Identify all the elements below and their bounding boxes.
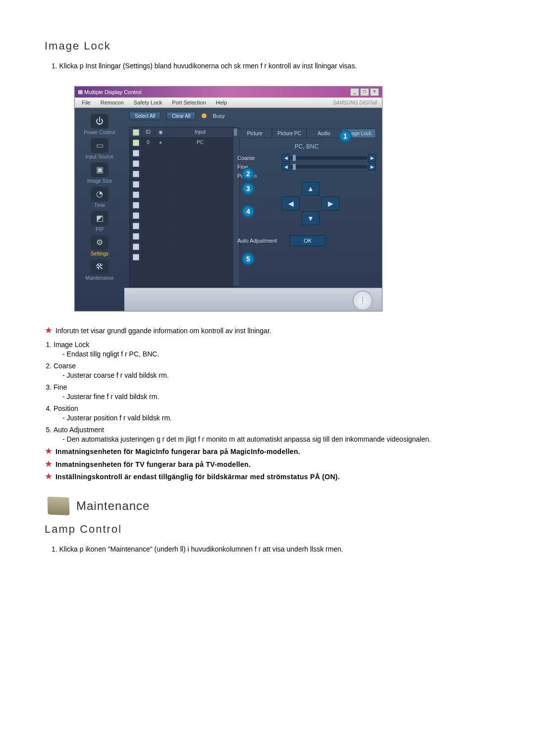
tab-picture-pc[interactable]: Picture PC — [272, 129, 307, 138]
close-button[interactable]: × — [370, 88, 379, 96]
fine-inc-icon[interactable]: ▶ — [368, 163, 376, 171]
fine-slider[interactable]: ◀ ▶ — [282, 164, 376, 169]
sidebar-item-input[interactable]: ▭ Input Source — [86, 138, 114, 159]
sidebar-item-pip[interactable]: ◩ PIP — [91, 211, 108, 232]
callout-1: 1 — [339, 130, 352, 143]
row-input: PC — [167, 138, 234, 148]
table-row[interactable] — [130, 148, 234, 158]
row-status-icon: ● — [155, 138, 167, 148]
lamp-control-title: Lamp Control — [45, 523, 490, 536]
pos-right-button[interactable]: ▶ — [321, 197, 339, 210]
row-id: 0 — [142, 138, 155, 148]
note-warn-2: ★ Inmatningsenheten för TV fungerar bara… — [45, 460, 490, 470]
position-pad: ▲ ◀ ▶ ▼ — [282, 182, 376, 226]
warning-icon: ! — [352, 290, 373, 311]
table-row[interactable] — [130, 231, 234, 242]
box-icon — [47, 497, 69, 515]
settings-panel: Picture Picture PC Audio Image Lock PC, … — [237, 129, 376, 287]
col-check[interactable]: ✓ — [130, 127, 142, 137]
list-item: Position - Justerar position f r vald bi… — [54, 404, 490, 422]
gear-icon: ⚙ — [91, 235, 108, 250]
table-row[interactable] — [130, 221, 234, 231]
menu-file[interactable]: File — [77, 99, 96, 106]
coarse-dec-icon[interactable]: ◀ — [282, 154, 290, 162]
table-row[interactable]: 0 ● PC — [130, 138, 234, 148]
ok-button[interactable]: OK — [290, 235, 325, 246]
coarse-inc-icon[interactable]: ▶ — [368, 154, 376, 162]
maint-step-1: 1. Klicka p ikonen "Maintenance" (underh… — [52, 545, 490, 554]
sidebar-label-time: Time — [94, 202, 105, 208]
sidebar-item-maintenance[interactable]: 🛠 Maintenance — [85, 259, 113, 281]
maintenance-header: Maintenance — [48, 497, 490, 515]
fine-dec-icon[interactable]: ◀ — [282, 163, 290, 171]
pos-left-button[interactable]: ◀ — [282, 197, 300, 210]
menu-help[interactable]: Help — [211, 99, 232, 106]
col-id: ID — [142, 127, 155, 137]
maintenance-title: Maintenance — [76, 499, 150, 513]
menu-remocon[interactable]: Remocon — [96, 99, 129, 106]
menu-port[interactable]: Port Selection — [167, 99, 211, 106]
clear-all-button[interactable]: Clear All — [166, 112, 196, 120]
wrench-icon: 🛠 — [91, 259, 108, 274]
table-row[interactable] — [130, 158, 234, 169]
auto-adjust-label: Auto Adjustment — [237, 238, 277, 244]
note-warn-3: ★ Inställningskontroll är endast tillgän… — [45, 472, 490, 482]
table-row[interactable] — [130, 242, 234, 252]
sidebar-item-image[interactable]: ▣ Image Size — [87, 162, 112, 184]
star-icon: ★ — [45, 448, 54, 454]
menubar: File Remocon Safety Lock Port Selection … — [75, 98, 382, 108]
star-icon: ★ — [45, 473, 54, 480]
note-intro: ★ Inforutn tet visar grundl ggande infor… — [45, 326, 490, 336]
callout-2: 2 — [242, 167, 255, 180]
row-check[interactable] — [133, 140, 139, 146]
sidebar-item-power[interactable]: ⏻ Power Control — [84, 114, 115, 135]
menu-safety[interactable]: Safety Lock — [129, 99, 167, 106]
sidebar-item-time[interactable]: ◔ Time — [91, 187, 108, 208]
list-item: Coarse - Justerar coarse f r vald bildsk… — [54, 362, 490, 379]
star-icon: ★ — [45, 460, 54, 467]
callout-3: 3 — [242, 182, 255, 195]
sidebar-label-input: Input Source — [86, 154, 114, 159]
sidebar: ⏻ Power Control ▭ Input Source ▣ Image S… — [75, 108, 124, 311]
sidebar-label-maint: Maintenance — [85, 275, 113, 281]
callout-5: 5 — [242, 252, 255, 265]
maximize-button[interactable]: □ — [360, 88, 369, 96]
table-row[interactable] — [130, 252, 234, 262]
col-input: Input — [167, 127, 234, 137]
busy-icon — [202, 113, 207, 118]
tab-audio[interactable]: Audio — [307, 129, 341, 138]
step-1: 1. Klicka p Inst llningar (Settings) bla… — [52, 61, 490, 71]
sidebar-item-settings[interactable]: ⚙ Settings — [91, 235, 108, 256]
table-row[interactable] — [130, 190, 234, 200]
table-header: ✓ ID ◉ Input — [130, 127, 234, 138]
coarse-slider[interactable]: ◀ ▶ — [282, 155, 376, 160]
note-warn-1: ★ Inmatningsenheten för MagicInfo funger… — [45, 447, 490, 457]
table-row[interactable] — [130, 210, 234, 221]
sidebar-label-image: Image Size — [87, 178, 112, 184]
toolbar: Select All Clear All Busy — [124, 108, 382, 122]
app-title-text: Multiple Display Control — [84, 89, 142, 95]
table-row[interactable] — [130, 169, 234, 179]
sidebar-label-settings: Settings — [91, 251, 108, 256]
section-title: Image Lock — [45, 40, 490, 52]
col-status: ◉ — [155, 127, 167, 137]
pip-icon: ◩ — [91, 211, 108, 226]
sidebar-label-pip: PIP — [96, 227, 104, 232]
power-icon: ⏻ — [91, 114, 108, 129]
app-window: ▦ Multiple Display Control _ □ × File Re… — [74, 86, 382, 311]
screenshot: ▦ Multiple Display Control _ □ × File Re… — [74, 86, 381, 311]
minimize-button[interactable]: _ — [350, 88, 359, 96]
input-icon: ▭ — [91, 138, 108, 153]
select-all-button[interactable]: Select All — [129, 112, 160, 120]
table-row[interactable] — [130, 179, 234, 190]
pos-up-button[interactable]: ▲ — [302, 182, 320, 196]
list-item: Fine - Justerar fine f r vald bildsk rm. — [54, 383, 490, 401]
numbered-list: Image Lock - Endast tillg ngligt f r PC,… — [45, 341, 490, 443]
display-table: ✓ ID ◉ Input 0 ● PC — [129, 127, 234, 287]
busy-label: Busy — [213, 113, 224, 119]
pos-down-button[interactable]: ▼ — [302, 211, 320, 225]
table-row[interactable] — [130, 200, 234, 210]
tab-picture[interactable]: Picture — [237, 129, 272, 138]
image-size-icon: ▣ — [91, 162, 108, 177]
brand-label: SAMSUNG DIGITall — [333, 99, 380, 106]
